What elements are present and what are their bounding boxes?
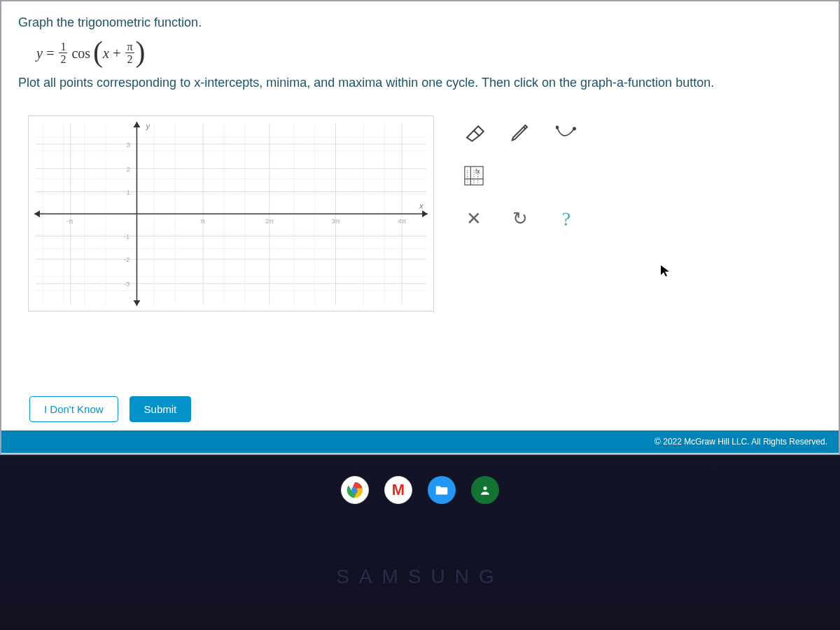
y-tick: -1	[124, 232, 130, 240]
os-taskbar: M	[0, 472, 840, 508]
reset-button[interactable]: ↻	[505, 204, 535, 234]
svg-text:fx: fx	[475, 168, 480, 175]
pen-tool[interactable]	[505, 118, 535, 147]
y-axis-label: y	[145, 122, 150, 130]
eq-coef-fraction: 1 2	[59, 41, 67, 66]
copyright-text: © 2022 McGraw Hill LLC. All Rights Reser…	[654, 437, 827, 447]
tool-palette: fx ✕ ↻ ?	[459, 115, 581, 236]
svg-point-44	[484, 486, 487, 490]
x-tick: 4π	[398, 217, 407, 225]
x-tick: 3π	[331, 217, 340, 225]
eq-coef-den: 2	[59, 53, 67, 66]
content-area: Graph the trigonometric function. y = 1 …	[1, 1, 839, 318]
pen-icon	[510, 122, 531, 143]
i-dont-know-button[interactable]: I Don't Know	[29, 396, 118, 422]
eq-lparen: (	[93, 43, 103, 61]
y-tick: 3	[127, 140, 131, 148]
eq-shift-num: π	[125, 41, 134, 53]
y-tick: -3	[124, 280, 130, 288]
device-brand: SAMSUNG	[336, 566, 504, 588]
graph-canvas[interactable]: y x 3 2 1 -1 -2 -3 -π π 2π 3π 4π	[28, 115, 434, 312]
svg-point-34	[573, 127, 576, 130]
classroom-app-icon[interactable]	[471, 476, 499, 504]
eq-equals: =	[46, 46, 55, 62]
help-button[interactable]: ?	[552, 204, 581, 234]
x-axis-arrow-l	[34, 210, 40, 217]
copyright-bar: © 2022 McGraw Hill LLC. All Rights Reser…	[1, 430, 839, 453]
workspace: y x 3 2 1 -1 -2 -3 -π π 2π 3π 4π	[18, 115, 822, 312]
eraser-icon	[463, 122, 484, 143]
svg-rect-35	[465, 166, 483, 184]
submit-button[interactable]: Submit	[130, 396, 192, 422]
x-tick: π	[200, 217, 205, 225]
svg-point-33	[556, 126, 559, 129]
equation: y = 1 2 cos ( x + π 2 )	[36, 41, 822, 66]
y-axis-arrow-d	[133, 300, 140, 306]
eq-func: cos	[71, 46, 90, 62]
cursor-icon	[659, 264, 671, 278]
graph-function-icon: fx	[463, 164, 484, 187]
eq-rparen: )	[136, 43, 146, 61]
files-app-icon[interactable]	[428, 476, 456, 504]
x-tick: -π	[66, 217, 74, 225]
eq-plus: +	[112, 46, 122, 62]
x-tick: 2π	[265, 217, 274, 225]
eq-shift-fraction: π 2	[125, 41, 134, 66]
graph-function-button[interactable]: fx	[459, 161, 489, 190]
gmail-app-icon[interactable]: M	[384, 476, 412, 504]
eq-inner-var: x	[103, 46, 109, 62]
curve-icon	[556, 122, 577, 143]
action-buttons: I Don't Know Submit	[1, 392, 839, 422]
curve-tool[interactable]	[552, 118, 581, 147]
app-window: Graph the trigonometric function. y = 1 …	[0, 0, 840, 455]
chrome-app-icon[interactable]	[341, 476, 369, 504]
question-instruction: Plot all points corresponding to x-inter…	[18, 76, 822, 90]
eq-coef-num: 1	[59, 41, 67, 53]
footer: I Don't Know Submit © 2022 McGraw Hill L…	[1, 392, 839, 454]
eq-shift-den: 2	[125, 53, 134, 66]
y-tick: -2	[124, 255, 130, 263]
y-tick: 1	[127, 188, 131, 195]
clear-button[interactable]: ✕	[459, 204, 489, 234]
question-title: Graph the trigonometric function.	[18, 15, 822, 30]
y-tick: 2	[127, 164, 131, 172]
eq-lhs: y	[36, 46, 43, 62]
x-axis-label: x	[419, 201, 424, 209]
y-axis-arrow-u	[133, 122, 140, 127]
x-axis-arrow-r	[422, 210, 428, 217]
eraser-tool[interactable]	[459, 118, 489, 147]
